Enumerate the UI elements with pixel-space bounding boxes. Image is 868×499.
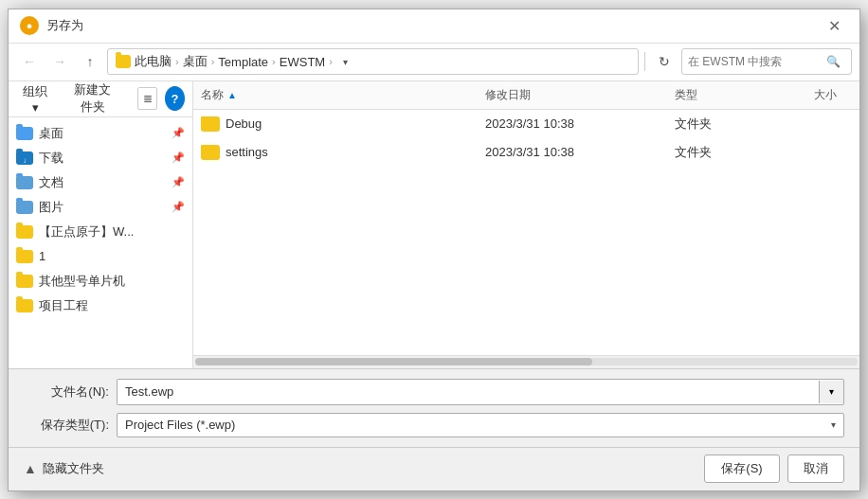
forward-button[interactable]: → bbox=[46, 48, 73, 75]
search-box: 🔍 bbox=[681, 48, 852, 75]
sidebar-item-documents[interactable]: 文档 📌 bbox=[9, 170, 192, 195]
folder1-icon bbox=[16, 250, 33, 263]
sort-indicator: ▲ bbox=[227, 90, 237, 100]
file-cell-date-debug: 2023/3/31 10:38 bbox=[485, 116, 675, 131]
col-type-header[interactable]: 类型 bbox=[675, 87, 788, 103]
pictures-folder-icon bbox=[16, 201, 33, 214]
up-button[interactable]: ↑ bbox=[77, 48, 103, 75]
breadcrumb-sep2: › bbox=[211, 56, 215, 67]
filename-dropdown-button[interactable]: ▾ bbox=[819, 381, 843, 403]
cancel-button[interactable]: 取消 bbox=[787, 454, 844, 483]
breadcrumb-sep4: › bbox=[329, 56, 333, 67]
save-button[interactable]: 保存(S) bbox=[704, 454, 780, 483]
breadcrumb-ewstm[interactable]: EWSTM bbox=[280, 55, 325, 69]
bottom-form: 文件名(N): ▾ 保存类型(T): Project Files (*.ewp)… bbox=[9, 368, 859, 447]
sidebar-item-projects[interactable]: 项目工程 bbox=[9, 294, 192, 318]
scrollbar-thumb bbox=[195, 358, 592, 365]
zhengdian-folder-icon bbox=[16, 225, 33, 239]
filetype-select[interactable]: Project Files (*.ewp) ▾ bbox=[117, 413, 844, 437]
breadcrumb-template[interactable]: Template bbox=[218, 55, 268, 69]
filename-input[interactable] bbox=[118, 380, 819, 404]
filename-label: 文件名(N): bbox=[24, 383, 109, 401]
othermcu-folder-icon bbox=[16, 275, 33, 288]
sidebar-list: 桌面 📌 ↓ 下载 📌 文档 📌 bbox=[9, 117, 192, 368]
search-icon: 🔍 bbox=[826, 55, 841, 68]
hide-folders-icon: ▲ bbox=[24, 461, 37, 476]
filetype-dropdown-arrow: ▾ bbox=[831, 419, 836, 430]
col-name-header[interactable]: 名称 ▲ bbox=[201, 87, 485, 103]
filetype-row: 保存类型(T): Project Files (*.ewp) ▾ bbox=[24, 413, 844, 437]
table-row[interactable]: settings 2023/3/31 10:38 文件夹 bbox=[193, 138, 859, 167]
toolbar-divider bbox=[644, 52, 645, 71]
pin-icon-desktop: 📌 bbox=[172, 127, 185, 139]
save-as-dialog: ● 另存为 ✕ ← → ↑ 此电脑 › 桌面 › Template › EWST… bbox=[8, 9, 860, 491]
col-date-header[interactable]: 修改日期 bbox=[485, 87, 675, 103]
file-panel: 名称 ▲ 修改日期 类型 大小 Debug bbox=[193, 81, 859, 368]
downloads-folder-icon: ↓ bbox=[16, 151, 33, 165]
pin-icon-documents: 📌 bbox=[172, 176, 185, 188]
close-button[interactable]: ✕ bbox=[820, 11, 848, 40]
breadcrumb-sep3: › bbox=[272, 56, 276, 67]
back-button[interactable]: ← bbox=[16, 48, 43, 75]
breadcrumb-folder-icon bbox=[116, 55, 131, 68]
breadcrumb-computer[interactable]: 此电脑 bbox=[135, 53, 172, 70]
projects-folder-icon bbox=[16, 299, 33, 312]
sidebar-item-downloads[interactable]: ↓ 下载 📌 bbox=[9, 146, 192, 170]
desktop-folder-icon bbox=[16, 127, 33, 140]
title-bar: ● 另存为 ✕ bbox=[9, 9, 859, 44]
sidebar: 组织 ▾ 新建文件夹 ≣ ? 桌面 📌 bbox=[9, 81, 193, 368]
footer-buttons: 保存(S) 取消 bbox=[704, 454, 844, 483]
sidebar-item-desktop[interactable]: 桌面 📌 bbox=[9, 121, 192, 146]
pin-icon-downloads: 📌 bbox=[172, 151, 185, 164]
breadcrumb: 此电脑 › 桌面 › Template › EWSTM › ▾ bbox=[107, 48, 639, 75]
dialog-title: 另存为 bbox=[46, 17, 820, 34]
breadcrumb-desktop[interactable]: 桌面 bbox=[183, 53, 208, 70]
sidebar-item-zhengdian[interactable]: 【正点原子】W... bbox=[9, 220, 192, 244]
file-cell-name-settings: settings bbox=[201, 145, 485, 160]
settings-folder-icon bbox=[201, 145, 220, 160]
file-list-header: 名称 ▲ 修改日期 类型 大小 bbox=[193, 81, 859, 110]
file-cell-type-debug: 文件夹 bbox=[675, 116, 788, 133]
debug-folder-icon bbox=[201, 116, 220, 132]
breadcrumb-dropdown-button[interactable]: ▾ bbox=[336, 48, 355, 75]
navigation-toolbar: ← → ↑ 此电脑 › 桌面 › Template › EWSTM › ▾ ↻ bbox=[9, 44, 859, 81]
file-cell-name-debug: Debug bbox=[201, 116, 485, 132]
hide-folders-label: 隐藏文件夹 bbox=[43, 460, 104, 477]
file-cell-date-settings: 2023/3/31 10:38 bbox=[485, 145, 675, 159]
sidebar-item-other-mcu[interactable]: 其他型号单片机 bbox=[9, 269, 192, 294]
file-cell-type-settings: 文件夹 bbox=[675, 144, 788, 161]
filetype-label: 保存类型(T): bbox=[24, 417, 109, 434]
app-icon: ● bbox=[20, 16, 39, 35]
footer: ▲ 隐藏文件夹 保存(S) 取消 bbox=[9, 447, 859, 490]
pin-icon-pictures: 📌 bbox=[172, 201, 185, 213]
view-toggle-button[interactable]: ≣ bbox=[137, 87, 157, 110]
help-button[interactable]: ? bbox=[165, 86, 185, 111]
sidebar-scroll-wrapper: 桌面 📌 ↓ 下载 📌 文档 📌 bbox=[9, 117, 192, 368]
content-area: 组织 ▾ 新建文件夹 ≣ ? 桌面 📌 bbox=[9, 81, 859, 368]
footer-left: ▲ 隐藏文件夹 bbox=[24, 460, 704, 477]
filename-row: 文件名(N): ▾ bbox=[24, 379, 844, 405]
sidebar-item-1[interactable]: 1 bbox=[9, 244, 192, 269]
scrollbar-track bbox=[195, 358, 858, 365]
sidebar-item-pictures[interactable]: 图片 📌 bbox=[9, 195, 192, 220]
organize-button[interactable]: 组织 ▾ bbox=[16, 81, 55, 118]
col-size-header[interactable]: 大小 bbox=[788, 87, 852, 103]
documents-folder-icon bbox=[16, 176, 33, 189]
search-input[interactable] bbox=[688, 55, 821, 68]
horizontal-scrollbar[interactable] bbox=[193, 355, 859, 368]
new-folder-button[interactable]: 新建文件夹 bbox=[63, 81, 122, 120]
refresh-button[interactable]: ↻ bbox=[651, 48, 678, 75]
sidebar-toolbar: 组织 ▾ 新建文件夹 ≣ ? bbox=[9, 81, 192, 117]
breadcrumb-sep1: › bbox=[175, 56, 179, 67]
table-row[interactable]: Debug 2023/3/31 10:38 文件夹 bbox=[193, 110, 859, 138]
file-list-body: Debug 2023/3/31 10:38 文件夹 settings 2023/… bbox=[193, 110, 859, 355]
